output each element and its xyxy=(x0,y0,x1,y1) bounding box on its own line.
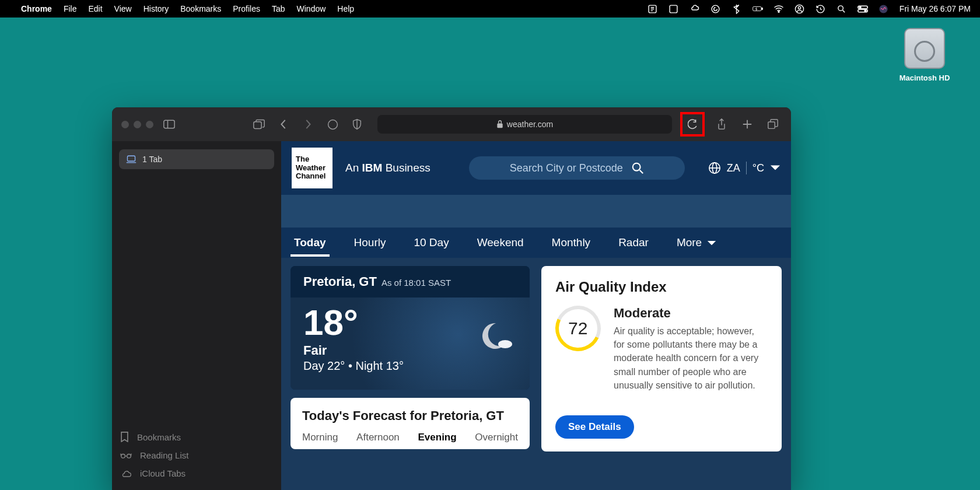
address-bar[interactable]: weather.com xyxy=(377,115,672,134)
tab-count-label: 1 Tab xyxy=(142,155,162,164)
highlight-annotation xyxy=(680,112,705,136)
svg-rect-17 xyxy=(497,123,502,128)
menu-window[interactable]: Window xyxy=(297,4,326,13)
aqi-gauge: 72 xyxy=(549,299,607,358)
search-placeholder: Search City or Postcode xyxy=(510,162,623,174)
lock-icon xyxy=(496,120,503,128)
segment-afternoon[interactable]: Afternoon xyxy=(356,432,400,443)
menu-file[interactable]: File xyxy=(64,4,77,13)
locale-selector[interactable]: ZA °C xyxy=(708,162,780,174)
sidebar-reading-list[interactable]: Reading List xyxy=(120,450,273,460)
privacy-shield-icon[interactable] xyxy=(348,116,366,133)
menu-profiles[interactable]: Profiles xyxy=(233,4,260,13)
menubar-app-name[interactable]: Chrome xyxy=(21,4,52,13)
svg-rect-1 xyxy=(670,5,677,13)
tab-today[interactable]: Today xyxy=(293,229,327,256)
share-button[interactable] xyxy=(713,116,730,133)
location-name: Pretoria, GT xyxy=(303,274,377,289)
cloud-icon xyxy=(120,470,132,478)
menu-tab[interactable]: Tab xyxy=(272,4,285,13)
svg-point-21 xyxy=(127,454,131,458)
sidebar-toggle-button[interactable] xyxy=(160,116,178,133)
macos-menubar: Chrome File Edit View History Bookmarks … xyxy=(0,0,980,18)
tab-radar[interactable]: Radar xyxy=(617,229,650,256)
extension-icon[interactable] xyxy=(324,116,341,133)
sidebar-bookmarks[interactable]: Bookmarks xyxy=(120,432,273,442)
time-machine-icon[interactable] xyxy=(816,4,826,14)
observation-time: As of 18:01 SAST xyxy=(382,278,451,288)
aqi-title: Air Quality Index xyxy=(555,279,768,295)
svg-point-25 xyxy=(498,340,512,348)
svg-rect-19 xyxy=(127,156,135,161)
tab-hourly[interactable]: Hourly xyxy=(353,229,387,256)
tab-overview-button[interactable] xyxy=(250,116,268,133)
sidebar-icloud-tabs[interactable]: iCloud Tabs xyxy=(120,468,273,478)
back-button[interactable] xyxy=(275,116,292,133)
glasses-icon xyxy=(120,452,132,459)
ad-band xyxy=(281,195,791,228)
current-conditions-card: Pretoria, GT As of 18:01 SAST 18° Fair D… xyxy=(290,266,530,390)
tab-weekend[interactable]: Weekend xyxy=(476,229,525,256)
laptop-icon xyxy=(126,155,136,163)
svg-point-22 xyxy=(633,163,640,171)
wifi-icon[interactable] xyxy=(774,4,784,14)
segment-evening[interactable]: Evening xyxy=(418,432,457,443)
weather-search[interactable]: Search City or Postcode xyxy=(469,156,685,180)
tabs-button[interactable] xyxy=(764,116,782,133)
svg-rect-15 xyxy=(254,122,261,129)
status-icon[interactable] xyxy=(668,4,679,14)
tab-group-row[interactable]: 1 Tab xyxy=(119,149,274,169)
svg-rect-14 xyxy=(164,120,174,128)
status-icon[interactable] xyxy=(648,4,658,14)
menu-history[interactable]: History xyxy=(144,4,169,13)
bluetooth-icon[interactable] xyxy=(732,4,742,14)
svg-point-16 xyxy=(328,120,337,129)
tab-10day[interactable]: 10 Day xyxy=(412,229,450,256)
menu-edit[interactable]: Edit xyxy=(88,4,102,13)
desktop-drive[interactable]: Macintosh HD xyxy=(892,28,957,82)
browser-sidebar: 1 Tab Bookmarks Reading List iCloud Tabs xyxy=(112,141,281,490)
webpage-content: The Weather Channel An IBM Business Sear… xyxy=(281,141,791,490)
segment-overnight[interactable]: Overnight xyxy=(475,432,518,443)
menubar-clock[interactable]: Fri May 26 6:07 PM xyxy=(900,4,971,13)
svg-point-7 xyxy=(799,6,801,9)
grammarly-icon[interactable] xyxy=(710,4,721,14)
svg-point-5 xyxy=(778,11,779,12)
siri-icon[interactable] xyxy=(878,4,889,14)
air-quality-card: Air Quality Index 72 Moderate Air qualit… xyxy=(541,266,782,452)
chevron-down-icon xyxy=(770,164,780,172)
window-controls[interactable] xyxy=(121,121,153,128)
see-details-button[interactable]: See Details xyxy=(555,415,634,439)
todays-forecast-card: Today's Forecast for Pretoria, GT Mornin… xyxy=(290,398,530,449)
forward-button[interactable] xyxy=(299,116,317,133)
tab-monthly[interactable]: Monthly xyxy=(551,229,592,256)
weather-header: The Weather Channel An IBM Business Sear… xyxy=(281,141,791,195)
svg-point-8 xyxy=(838,5,844,10)
menu-bookmarks[interactable]: Bookmarks xyxy=(180,4,221,13)
url-text: weather.com xyxy=(507,120,553,129)
locale-region: ZA xyxy=(727,162,740,174)
tab-more[interactable]: More xyxy=(676,229,718,256)
battery-icon[interactable] xyxy=(752,4,763,14)
creative-cloud-icon[interactable] xyxy=(690,4,700,14)
svg-point-20 xyxy=(121,454,125,458)
menu-help[interactable]: Help xyxy=(337,4,354,13)
new-tab-button[interactable] xyxy=(738,116,756,133)
forecast-title: Today's Forecast for Pretoria, GT xyxy=(302,408,518,424)
moon-icon xyxy=(480,320,514,355)
menu-view[interactable]: View xyxy=(114,4,132,13)
bookmark-icon xyxy=(120,432,129,442)
svg-point-11 xyxy=(859,6,861,8)
aqi-description: Air quality is acceptable; however, for … xyxy=(614,324,768,392)
browser-titlebar: weather.com xyxy=(112,107,791,141)
segment-morning[interactable]: Morning xyxy=(302,432,338,443)
weather-channel-logo[interactable]: The Weather Channel xyxy=(292,148,332,188)
svg-rect-18 xyxy=(768,122,775,128)
day-night-temps: Day 22° • Night 13° xyxy=(303,359,517,373)
svg-point-2 xyxy=(712,5,719,13)
search-icon xyxy=(631,162,644,174)
svg-point-12 xyxy=(864,10,866,12)
control-center-icon[interactable] xyxy=(858,4,868,14)
spotlight-icon[interactable] xyxy=(836,4,847,14)
user-icon[interactable] xyxy=(794,4,805,14)
